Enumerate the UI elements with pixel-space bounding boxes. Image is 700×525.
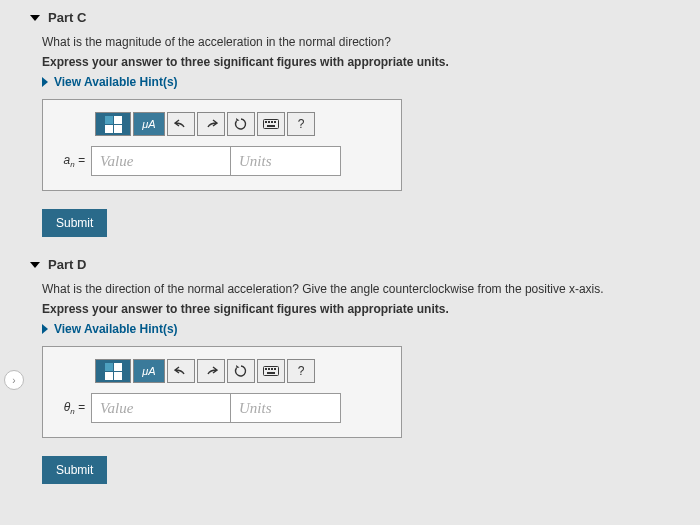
answer-box-d: μA ? θn = Value Un <box>42 346 402 438</box>
variable-label-c: an = <box>55 153 85 169</box>
part-d-instruction: Express your answer to three significant… <box>42 302 670 316</box>
svg-rect-11 <box>267 372 275 374</box>
svg-rect-1 <box>265 121 267 123</box>
submit-button[interactable]: Submit <box>42 209 107 237</box>
reset-button[interactable] <box>227 112 255 136</box>
svg-rect-9 <box>271 368 273 370</box>
variable-label-d: θn = <box>55 400 85 416</box>
part-c-instruction: Express your answer to three significant… <box>42 55 670 69</box>
units-formatting-button[interactable]: μA <box>133 359 165 383</box>
svg-rect-5 <box>267 125 275 127</box>
toolbar-c: μA ? <box>95 112 389 136</box>
redo-button[interactable] <box>197 112 225 136</box>
answer-box-c: μA ? an = Value Un <box>42 99 402 191</box>
hints-label: View Available Hint(s) <box>54 75 178 89</box>
svg-rect-8 <box>268 368 270 370</box>
help-button[interactable]: ? <box>287 112 315 136</box>
nav-next-icon[interactable]: › <box>4 370 24 390</box>
svg-rect-4 <box>274 121 276 123</box>
hints-label: View Available Hint(s) <box>54 322 178 336</box>
units-input[interactable]: Units <box>231 393 341 423</box>
value-input[interactable]: Value <box>91 393 231 423</box>
units-input[interactable]: Units <box>231 146 341 176</box>
caret-down-icon <box>30 262 40 268</box>
caret-right-icon <box>42 324 48 334</box>
part-c-question: What is the magnitude of the acceleratio… <box>42 35 670 49</box>
undo-button[interactable] <box>167 112 195 136</box>
part-c-title: Part C <box>48 10 86 25</box>
part-d-title: Part D <box>48 257 86 272</box>
part-d-question: What is the direction of the normal acce… <box>42 282 670 296</box>
template-button[interactable] <box>95 112 131 136</box>
caret-down-icon <box>30 15 40 21</box>
toolbar-d: μA ? <box>95 359 389 383</box>
part-d-section: Part D What is the direction of the norm… <box>30 257 670 484</box>
template-button[interactable] <box>95 359 131 383</box>
part-c-section: Part C What is the magnitude of the acce… <box>30 10 670 237</box>
value-input[interactable]: Value <box>91 146 231 176</box>
hints-toggle[interactable]: View Available Hint(s) <box>42 322 670 336</box>
input-row-c: an = Value Units <box>55 146 389 176</box>
input-row-d: θn = Value Units <box>55 393 389 423</box>
undo-button[interactable] <box>167 359 195 383</box>
svg-rect-6 <box>264 367 279 376</box>
svg-rect-3 <box>271 121 273 123</box>
svg-rect-2 <box>268 121 270 123</box>
submit-button[interactable]: Submit <box>42 456 107 484</box>
keyboard-button[interactable] <box>257 112 285 136</box>
svg-rect-10 <box>274 368 276 370</box>
part-c-header[interactable]: Part C <box>30 10 670 25</box>
reset-button[interactable] <box>227 359 255 383</box>
part-d-header[interactable]: Part D <box>30 257 670 272</box>
redo-button[interactable] <box>197 359 225 383</box>
units-formatting-button[interactable]: μA <box>133 112 165 136</box>
help-button[interactable]: ? <box>287 359 315 383</box>
caret-right-icon <box>42 77 48 87</box>
hints-toggle[interactable]: View Available Hint(s) <box>42 75 670 89</box>
keyboard-button[interactable] <box>257 359 285 383</box>
svg-rect-7 <box>265 368 267 370</box>
svg-rect-0 <box>264 120 279 129</box>
